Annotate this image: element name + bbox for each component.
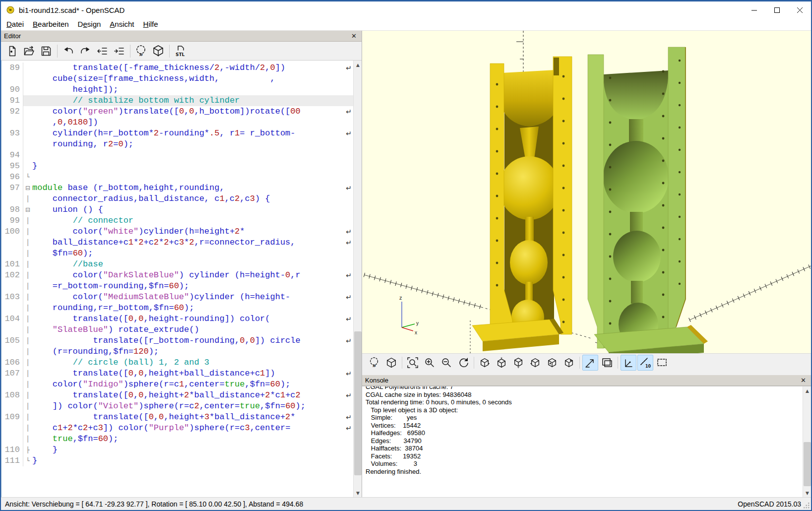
code-row: rounding, r2=0); — [1, 139, 353, 150]
line-wrap-icon: ↵ — [346, 390, 352, 401]
new-file-icon — [6, 45, 18, 57]
zoom-out-button[interactable] — [438, 355, 454, 371]
new-file-button[interactable] — [4, 43, 21, 59]
console-scroll-down-arrow[interactable]: ▼ — [803, 489, 811, 497]
code-row: 90 height]); — [1, 84, 353, 95]
3d-viewport[interactable]: z y x — [362, 31, 811, 353]
code-row: 99│ // connector — [1, 215, 353, 226]
view-front-button[interactable] — [544, 355, 560, 371]
redo-button[interactable] — [77, 43, 94, 59]
menu-item-design[interactable]: Design — [73, 19, 106, 30]
code-row: 109│ translate([0,0,height+3*ball_distan… — [1, 412, 353, 423]
editor-toolbar: » STL — [1, 42, 362, 61]
line-wrap-icon: ↵ — [346, 423, 352, 434]
editor-scrollbar[interactable]: ▲ ▼ — [353, 61, 362, 497]
app-icon — [6, 5, 15, 14]
code-editor[interactable]: 89 translate([-frame_thickness/2,-width/… — [1, 61, 362, 497]
svg-text:»: » — [139, 51, 143, 58]
green-model — [588, 47, 708, 353]
console-close-button[interactable]: ✕ — [799, 377, 808, 384]
orthogonal-icon — [601, 357, 613, 369]
console-line: Vertices: 15442 — [366, 422, 803, 430]
perspective-button[interactable] — [582, 355, 598, 371]
code-row: 105│ translate([r_bottom-rounding,0,0]) … — [1, 335, 353, 346]
orthogonal-button[interactable] — [599, 355, 615, 371]
vp-render-button[interactable] — [383, 355, 399, 371]
export-stl-icon: STL — [174, 45, 187, 58]
line-wrap-icon: ↵ — [346, 237, 352, 248]
menu-item-hilfe[interactable]: Hilfe — [139, 19, 163, 30]
vp-render-icon — [385, 357, 397, 369]
code-row: 97⊟module base (r_bottom,height,rounding… — [1, 183, 353, 193]
unindent-icon — [96, 45, 108, 57]
view-all-button[interactable] — [654, 355, 670, 371]
code-row: │ =r_bottom-rounding,$fn=60); — [1, 281, 353, 292]
save-file-button[interactable] — [38, 43, 55, 59]
code-row: 106│ // circle (ball) 1, 2 and 3 — [1, 357, 353, 368]
code-row: │ color("Indigo")sphere(r=c1,center=true… — [1, 379, 353, 390]
console-scrollbar[interactable]: ▲ ▼ — [803, 386, 811, 497]
view-back-button[interactable] — [561, 355, 577, 371]
console-line: Simple: yes — [366, 414, 803, 422]
view-bottom-icon — [513, 357, 524, 368]
maximize-button[interactable] — [765, 1, 788, 18]
preview-button[interactable]: » — [133, 43, 150, 59]
line-wrap-icon: ↵ — [346, 335, 352, 346]
open-file-icon — [23, 45, 35, 57]
view-bottom-button[interactable] — [510, 355, 526, 371]
console-scroll-thumb[interactable] — [804, 442, 811, 486]
unindent-button[interactable] — [94, 43, 111, 59]
ground-scale-markers — [364, 266, 811, 353]
console-panel-title: Konsole — [365, 377, 799, 384]
console-panel-header: Konsole ✕ — [362, 375, 811, 386]
close-icon — [797, 7, 803, 13]
console-line: CGAL Polyhedrons in cache: 7 — [366, 386, 803, 391]
show-scale-markers-button[interactable]: 10 — [637, 355, 653, 371]
console-line: Halfedges: 69580 — [366, 429, 803, 437]
render-button[interactable] — [150, 43, 167, 59]
code-row: 107│ translate([0,0,height+ball_distance… — [1, 368, 353, 379]
scroll-up-arrow[interactable]: ▲ — [354, 61, 362, 69]
console-scroll-up-arrow[interactable]: ▲ — [803, 386, 811, 395]
undo-icon — [62, 45, 74, 57]
view-top-button[interactable] — [494, 355, 509, 371]
undo-button[interactable] — [60, 43, 77, 59]
zoom-in-icon — [424, 357, 436, 369]
reset-view-button[interactable] — [455, 355, 471, 371]
menu-item-ansicht[interactable]: Ansicht — [105, 19, 138, 30]
zoom-in-button[interactable] — [422, 355, 437, 371]
axis-indicator: z y x — [399, 295, 419, 335]
viewport-canvas: z y x — [362, 31, 811, 353]
editor-scroll-thumb[interactable] — [354, 331, 362, 475]
code-row: 108│ translate([0,0,height+2*ball_distan… — [1, 390, 353, 401]
line-wrap-icon: ↵ — [346, 314, 352, 324]
openscad-window: bi1-round12.scad* - OpenSCAD DateiBearbe… — [0, 0, 812, 511]
indent-icon — [113, 45, 125, 57]
redo-icon — [79, 45, 91, 57]
console-line: Halffacets: 38704 — [366, 445, 803, 452]
view-right-button[interactable] — [477, 355, 493, 371]
zoom-all-button[interactable] — [405, 355, 421, 371]
show-axes-button[interactable] — [621, 355, 636, 371]
menu-item-bearbeiten[interactable]: Bearbeiten — [28, 19, 73, 30]
console-lines: CGAL Polyhedrons in cache: 7CGAL cache s… — [362, 386, 803, 497]
close-button[interactable] — [788, 1, 811, 18]
editor-close-button[interactable]: ✕ — [349, 32, 359, 40]
code-row: │ ]) color("Violet")sphere(r=c2,center=t… — [1, 401, 353, 412]
export-stl-button[interactable]: STL — [172, 43, 189, 59]
minimize-button[interactable] — [743, 1, 765, 18]
indent-button[interactable] — [111, 43, 127, 59]
render-icon — [152, 45, 165, 58]
status-bar: Ansicht: Verschiebung = [ 64.71 -29.23 9… — [1, 497, 811, 510]
menu-item-datei[interactable]: Datei — [2, 19, 28, 30]
reset-view-icon — [457, 357, 469, 369]
code-row: 95} — [1, 161, 353, 172]
code-row: │ ball_distance+c1*2+c2*2+c3*2,r=connect… — [1, 237, 353, 248]
code-row: │ $fn=60); — [1, 248, 353, 259]
open-file-button[interactable] — [21, 43, 38, 59]
perspective-icon — [584, 357, 596, 369]
view-left-button[interactable] — [527, 355, 543, 371]
scroll-down-arrow[interactable]: ▼ — [354, 489, 362, 497]
resize-grip[interactable] — [803, 502, 810, 509]
vp-preview-button[interactable]: » — [367, 355, 382, 371]
